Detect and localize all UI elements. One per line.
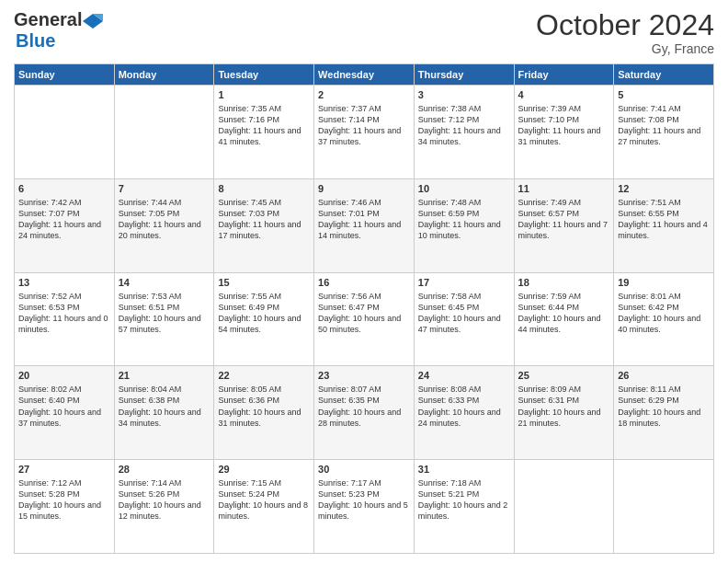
calendar-day-cell: 29Sunrise: 7:15 AM Sunset: 5:24 PM Dayli… — [214, 460, 314, 554]
calendar-header-cell: Saturday — [614, 64, 714, 86]
day-info: Sunrise: 8:08 AM Sunset: 6:33 PM Dayligh… — [418, 385, 501, 427]
day-number: 1 — [218, 88, 310, 102]
day-info: Sunrise: 7:46 AM Sunset: 7:01 PM Dayligh… — [318, 198, 401, 240]
calendar-day-cell: 30Sunrise: 7:17 AM Sunset: 5:23 PM Dayli… — [314, 460, 415, 554]
day-number: 19 — [618, 276, 710, 290]
calendar-day-cell: 28Sunrise: 7:14 AM Sunset: 5:26 PM Dayli… — [114, 460, 214, 554]
calendar-day-cell — [15, 86, 115, 179]
day-number: 14 — [119, 276, 210, 290]
calendar-day-cell: 15Sunrise: 7:55 AM Sunset: 6:49 PM Dayli… — [214, 272, 314, 366]
calendar-day-cell: 22Sunrise: 8:05 AM Sunset: 6:36 PM Dayli… — [214, 366, 314, 460]
day-info: Sunrise: 7:44 AM Sunset: 7:05 PM Dayligh… — [119, 198, 201, 240]
calendar-header-cell: Tuesday — [214, 64, 314, 86]
calendar-day-cell: 21Sunrise: 8:04 AM Sunset: 6:38 PM Dayli… — [114, 366, 214, 460]
day-info: Sunrise: 7:53 AM Sunset: 6:51 PM Dayligh… — [119, 292, 201, 334]
calendar-day-cell — [514, 460, 614, 554]
day-info: Sunrise: 8:05 AM Sunset: 6:36 PM Dayligh… — [218, 385, 301, 427]
day-info: Sunrise: 7:18 AM Sunset: 5:21 PM Dayligh… — [418, 478, 508, 521]
day-number: 29 — [218, 463, 310, 477]
day-info: Sunrise: 7:42 AM Sunset: 7:07 PM Dayligh… — [18, 198, 101, 240]
calendar-header-cell: Monday — [114, 64, 214, 86]
page: { "header": { "logo_line1": "General", "… — [0, 0, 728, 563]
header: General Blue October 2024 Gy, France — [14, 9, 714, 56]
calendar-day-cell: 17Sunrise: 7:58 AM Sunset: 6:45 PM Dayli… — [414, 272, 514, 366]
calendar-day-cell: 26Sunrise: 8:11 AM Sunset: 6:29 PM Dayli… — [614, 366, 714, 460]
day-info: Sunrise: 8:11 AM Sunset: 6:29 PM Dayligh… — [618, 385, 700, 427]
day-info: Sunrise: 7:14 AM Sunset: 5:26 PM Dayligh… — [119, 478, 201, 521]
calendar-day-cell: 31Sunrise: 7:18 AM Sunset: 5:21 PM Dayli… — [414, 460, 514, 554]
logo: General Blue — [14, 9, 104, 52]
day-info: Sunrise: 7:15 AM Sunset: 5:24 PM Dayligh… — [218, 478, 308, 521]
calendar-week-row: 13Sunrise: 7:52 AM Sunset: 6:53 PM Dayli… — [15, 272, 714, 366]
calendar-week-row: 20Sunrise: 8:02 AM Sunset: 6:40 PM Dayli… — [15, 366, 714, 460]
calendar-header-cell: Friday — [514, 64, 614, 86]
calendar-day-cell: 6Sunrise: 7:42 AM Sunset: 7:07 PM Daylig… — [15, 178, 115, 272]
day-info: Sunrise: 7:58 AM Sunset: 6:45 PM Dayligh… — [418, 292, 501, 334]
day-info: Sunrise: 8:07 AM Sunset: 6:35 PM Dayligh… — [318, 385, 401, 427]
day-info: Sunrise: 7:48 AM Sunset: 6:59 PM Dayligh… — [418, 198, 501, 240]
day-info: Sunrise: 7:17 AM Sunset: 5:23 PM Dayligh… — [318, 478, 408, 521]
day-number: 5 — [618, 88, 710, 102]
day-number: 22 — [218, 369, 310, 383]
day-number: 2 — [318, 88, 410, 102]
calendar-day-cell — [614, 460, 714, 554]
day-number: 9 — [318, 182, 410, 196]
day-info: Sunrise: 8:04 AM Sunset: 6:38 PM Dayligh… — [119, 385, 201, 427]
calendar-day-cell: 4Sunrise: 7:39 AM Sunset: 7:10 PM Daylig… — [514, 86, 614, 179]
day-number: 17 — [418, 276, 510, 290]
logo-blue: Blue — [16, 30, 55, 51]
day-info: Sunrise: 8:02 AM Sunset: 6:40 PM Dayligh… — [18, 385, 101, 427]
day-info: Sunrise: 7:55 AM Sunset: 6:49 PM Dayligh… — [218, 292, 301, 334]
calendar-day-cell: 1Sunrise: 7:35 AM Sunset: 7:16 PM Daylig… — [214, 86, 314, 179]
day-number: 24 — [418, 369, 510, 383]
day-number: 8 — [218, 182, 310, 196]
calendar-day-cell: 24Sunrise: 8:08 AM Sunset: 6:33 PM Dayli… — [414, 366, 514, 460]
calendar-day-cell: 10Sunrise: 7:48 AM Sunset: 6:59 PM Dayli… — [414, 178, 514, 272]
calendar-day-cell: 25Sunrise: 8:09 AM Sunset: 6:31 PM Dayli… — [514, 366, 614, 460]
day-number: 7 — [119, 182, 210, 196]
calendar-header-row: SundayMondayTuesdayWednesdayThursdayFrid… — [15, 64, 714, 86]
calendar-day-cell: 27Sunrise: 7:12 AM Sunset: 5:28 PM Dayli… — [15, 460, 115, 554]
day-info: Sunrise: 7:41 AM Sunset: 7:08 PM Dayligh… — [618, 104, 700, 146]
day-number: 13 — [18, 276, 110, 290]
day-number: 12 — [618, 182, 710, 196]
day-info: Sunrise: 8:01 AM Sunset: 6:42 PM Dayligh… — [618, 292, 700, 334]
day-info: Sunrise: 7:45 AM Sunset: 7:03 PM Dayligh… — [218, 198, 301, 240]
month-title: October 2024 — [536, 9, 714, 41]
day-number: 30 — [318, 463, 410, 477]
day-number: 26 — [618, 369, 710, 383]
day-info: Sunrise: 7:37 AM Sunset: 7:14 PM Dayligh… — [318, 104, 401, 146]
day-number: 27 — [18, 463, 110, 477]
day-number: 28 — [119, 463, 210, 477]
day-number: 3 — [418, 88, 510, 102]
calendar-week-row: 1Sunrise: 7:35 AM Sunset: 7:16 PM Daylig… — [15, 86, 714, 179]
day-info: Sunrise: 7:38 AM Sunset: 7:12 PM Dayligh… — [418, 104, 501, 146]
calendar-day-cell: 3Sunrise: 7:38 AM Sunset: 7:12 PM Daylig… — [414, 86, 514, 179]
day-info: Sunrise: 7:52 AM Sunset: 6:53 PM Dayligh… — [18, 292, 108, 334]
calendar-day-cell: 9Sunrise: 7:46 AM Sunset: 7:01 PM Daylig… — [314, 178, 415, 272]
day-info: Sunrise: 7:49 AM Sunset: 6:57 PM Dayligh… — [518, 198, 609, 240]
location: Gy, France — [536, 41, 714, 56]
calendar-day-cell: 23Sunrise: 8:07 AM Sunset: 6:35 PM Dayli… — [314, 366, 415, 460]
calendar-header-cell: Sunday — [15, 64, 115, 86]
calendar-day-cell: 12Sunrise: 7:51 AM Sunset: 6:55 PM Dayli… — [614, 178, 714, 272]
logo-text: General — [14, 9, 104, 30]
calendar-day-cell: 19Sunrise: 8:01 AM Sunset: 6:42 PM Dayli… — [614, 272, 714, 366]
calendar-header-cell: Thursday — [414, 64, 514, 86]
calendar-day-cell: 16Sunrise: 7:56 AM Sunset: 6:47 PM Dayli… — [314, 272, 415, 366]
day-number: 23 — [318, 369, 410, 383]
calendar-header-cell: Wednesday — [314, 64, 415, 86]
day-number: 10 — [418, 182, 510, 196]
day-number: 15 — [218, 276, 310, 290]
day-number: 31 — [418, 463, 510, 477]
calendar-week-row: 6Sunrise: 7:42 AM Sunset: 7:07 PM Daylig… — [15, 178, 714, 272]
day-number: 25 — [518, 369, 610, 383]
calendar-day-cell — [114, 86, 214, 179]
calendar-day-cell: 18Sunrise: 7:59 AM Sunset: 6:44 PM Dayli… — [514, 272, 614, 366]
day-number: 6 — [18, 182, 110, 196]
day-info: Sunrise: 7:59 AM Sunset: 6:44 PM Dayligh… — [518, 292, 601, 334]
day-number: 11 — [518, 182, 610, 196]
calendar-day-cell: 20Sunrise: 8:02 AM Sunset: 6:40 PM Dayli… — [15, 366, 115, 460]
calendar-day-cell: 14Sunrise: 7:53 AM Sunset: 6:51 PM Dayli… — [114, 272, 214, 366]
day-number: 16 — [318, 276, 410, 290]
